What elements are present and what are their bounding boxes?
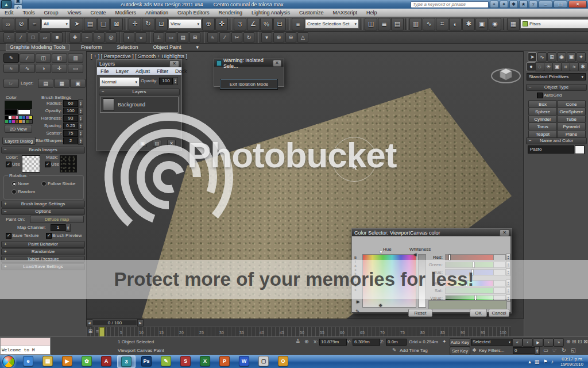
slider-track-sat[interactable] [445,288,499,294]
slider-value[interactable] [493,280,506,286]
color-selector-titlebar[interactable]: Color Selector: ViewportCanvas color ✕ [352,229,512,236]
opacity-value[interactable]: 100 [159,78,173,85]
communication-center-icon[interactable]: ✱ [509,1,518,8]
flatten-layers-icon[interactable]: ▤ [38,79,53,88]
slider-thumb[interactable] [473,262,475,268]
rollout-randomize[interactable]: +Randomize [1,248,85,255]
ok-button[interactable]: OK [470,309,487,317]
slider-track-blue[interactable] [445,269,499,275]
align-icon[interactable]: ≣ [378,18,390,30]
close-icon[interactable]: ✕ [169,60,179,67]
slider-thumb[interactable] [465,280,467,286]
rollout-paint-behavior[interactable]: +Paint Behavior [1,241,85,248]
maxscript-mini-listener[interactable]: Welcome to M [0,338,51,355]
slider-spinner[interactable]: ▲▼ [506,279,510,287]
reset-button[interactable]: Reset [408,309,432,317]
slider-value[interactable] [493,254,506,260]
object-color-swatch[interactable] [575,145,585,154]
menu-maxscript[interactable]: MAXScript [328,10,362,16]
select-and-move-icon[interactable]: ✛ [129,18,141,30]
key-filters-button[interactable]: Key Filters... [479,348,504,353]
constraints-icon[interactable]: ⊥ [153,32,164,43]
polygon-mode-icon[interactable]: ▱ [40,32,51,43]
rotation-radio-random[interactable] [11,189,17,194]
create-geosphere-button[interactable]: GeoSphere [557,108,586,116]
unlink-selection-icon[interactable]: ⊘ [15,18,28,30]
brush-setting-spinner[interactable]: ▲▼ [78,137,83,145]
opacity-spinner[interactable]: ▲▼ [173,77,178,85]
taskbar-app-word[interactable]: W [235,355,253,367]
edge-mode-icon[interactable]: ∕ [16,32,26,43]
create-cylinder-button[interactable]: Cylinder [528,115,557,123]
slider-track-hue[interactable] [445,280,499,286]
menu-modifiers[interactable]: Modifiers [110,10,141,16]
select-and-manipulate-icon[interactable]: ✜ [215,18,228,30]
taskbar-app-sketchup[interactable]: ✎ [157,355,175,367]
pan-view-icon[interactable]: ☞ [552,347,557,353]
zoom-all-icon[interactable]: ⊞ [572,339,577,344]
dodge-burn-tool[interactable]: ◑ [36,64,51,73]
layers-menu-layer[interactable]: Layer [113,68,133,74]
hue-blackness-picker[interactable] [362,254,416,308]
select-by-name-icon[interactable]: ▤ [84,18,96,30]
cut-icon[interactable]: ✂ [231,32,242,43]
open-mini-curve-editor-icon[interactable]: ⊞ [87,328,94,335]
duplicate-layer-icon[interactable]: ▤ [153,140,161,147]
primitive-category-dropdown[interactable]: Standard Primitives▾ [527,73,586,80]
rollout-load-save-settings[interactable]: +Load/Save Settings [1,263,85,270]
close-icon[interactable]: ✕ [273,60,281,67]
brush-setting-spinner[interactable]: ▲▼ [78,99,83,108]
subscription-icon[interactable]: ✦ [500,1,508,8]
brush-setting-spinner[interactable]: ▲▼ [78,107,83,115]
layers-rollout[interactable]: −Layers [99,89,180,95]
blend-mode-dropdown[interactable]: Normal▾ [99,77,140,87]
slider-value[interactable] [493,288,506,294]
foreground-color-swatch[interactable] [5,101,32,109]
palette-swatch[interactable] [29,116,33,120]
motion-tab[interactable]: ◉ [557,52,566,62]
close-button[interactable]: ✕ [568,1,587,8]
menu-edit[interactable]: Edit [0,10,18,16]
use-pivot-point-center-icon[interactable]: ⊕ [202,18,215,30]
taskbar-app-internet-explorer[interactable]: e [20,355,37,367]
brush-setting-value[interactable]: 100 [63,108,78,114]
create-pyramid-button[interactable]: Pyramid [557,122,586,131]
fill-bucket-tool[interactable]: ◧ [52,53,67,63]
tab-selection[interactable]: Selection [113,44,141,51]
listener-macro-pane[interactable] [1,338,50,346]
auto-key-button[interactable]: Auto Key [450,338,470,347]
y-coordinate-field[interactable]: 6.309m [353,339,380,346]
map-channel-value[interactable]: 1 [51,224,65,231]
next-frame-scrub-button[interactable]: ► [137,319,144,327]
x-coordinate-field[interactable]: 10.879m [319,339,347,346]
taskbar-app-windows-explorer[interactable]: ▤ [39,355,56,367]
save-file-icon[interactable]: ▣ [14,0,22,5]
black-swatch[interactable] [5,109,17,115]
duplicate-layer-icon[interactable]: ▦ [54,79,69,88]
brush-image-settings-rollout[interactable]: +Brush Image Settings [1,201,85,208]
current-layer-dropdown[interactable]: Pisos▾ [520,19,588,29]
lights-category[interactable]: ☀ [544,62,553,71]
brush-setting-value[interactable]: 2 [63,137,78,144]
zoom-extents-all-icon[interactable]: ⊠ [583,339,588,344]
slider-thumb[interactable] [448,254,451,260]
detach-icon[interactable]: ⊖ [285,32,296,43]
spinner-down-icon[interactable]: ▼ [79,103,82,106]
menu-help[interactable]: Help [362,10,382,16]
create-tab[interactable]: ➤ [528,52,537,62]
taskbar-app-media-player[interactable]: ▶ [59,355,76,367]
smudge-tool[interactable]: ∿ [20,64,35,73]
slider-spinner[interactable]: ▲▼ [506,287,510,294]
key-mode-dropdown[interactable]: Selected▾ [471,339,512,346]
curve-editor-icon[interactable]: ∿ [423,18,435,30]
picker-marker-icon[interactable]: ◆ [379,303,382,308]
layers-menu-file[interactable]: File [97,68,113,74]
menu-customize[interactable]: Customize [295,10,328,16]
material-editor-icon[interactable]: ◐ [449,18,462,30]
brush-mask-image[interactable] [60,155,77,172]
slider-spinner[interactable]: ▲▼ [506,269,510,276]
rollout-tablet-pressure[interactable]: +Tablet Pressure [1,256,85,263]
slider-spinner[interactable]: ▲▼ [506,261,510,269]
close-icon[interactable]: ✕ [500,229,509,236]
palette-swatch[interactable] [29,120,33,124]
